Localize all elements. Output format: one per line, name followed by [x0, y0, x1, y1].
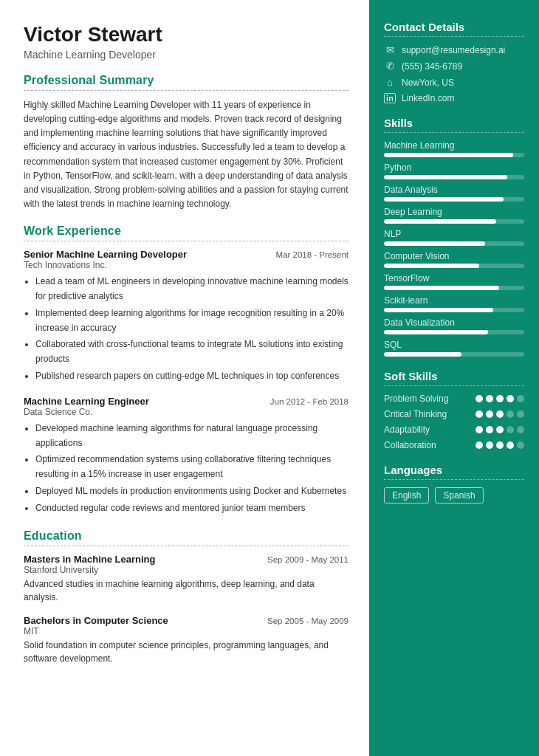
- work-company-1: Tech Innovations Inc.: [24, 260, 349, 270]
- work-date-2: Jun 2012 - Feb 2018: [270, 397, 349, 406]
- summary-text: Highly skilled Machine Learning Develope…: [24, 98, 349, 212]
- edu-desc-2: Solid foundation in computer science pri…: [24, 639, 349, 666]
- skill-row: Python: [384, 162, 524, 179]
- skill-name: SQL: [384, 340, 524, 350]
- skill-dot: [486, 410, 493, 418]
- skill-bar-fill: [384, 219, 496, 224]
- skill-row: SQL: [384, 340, 524, 357]
- email-icon: ✉: [384, 44, 396, 55]
- soft-skill-dots: [476, 395, 524, 402]
- soft-skill-name: Critical Thinking: [384, 409, 476, 419]
- skill-bar-bg: [384, 286, 524, 290]
- right-column: Contact Details ✉ support@resumedesign.a…: [369, 0, 539, 756]
- skill-bar-fill: [384, 197, 504, 202]
- skill-bar-fill: [384, 264, 479, 268]
- soft-skill-row: Critical Thinking: [384, 409, 524, 419]
- summary-heading: Professional Summary: [24, 74, 349, 87]
- edu-header-2: Bachelors in Computer Science Sep 2005 -…: [24, 615, 349, 626]
- skill-row: TensorFlow: [384, 273, 524, 290]
- work-title-2: Machine Learning Engineer: [24, 396, 149, 407]
- work-title-1: Senior Machine Learning Developer: [24, 249, 187, 260]
- skill-row: Scikit-learn: [384, 295, 524, 312]
- skill-dot: [486, 395, 493, 402]
- skill-row: Computer Vision: [384, 251, 524, 268]
- bullet: Deployed ML models in production environ…: [35, 484, 349, 499]
- skill-bar-fill: [384, 308, 493, 312]
- skill-dot: [517, 395, 524, 402]
- work-header-1: Senior Machine Learning Developer Mar 20…: [24, 249, 349, 260]
- skill-row: NLP: [384, 229, 524, 246]
- skill-dot: [476, 410, 483, 418]
- skills-heading: Skills: [384, 117, 524, 129]
- work-item-2: Machine Learning Engineer Jun 2012 - Feb…: [24, 396, 349, 516]
- bullet: Lead a team of ML engineers in developin…: [35, 275, 349, 304]
- skill-dot: [486, 426, 493, 433]
- soft-skill-name: Collaboration: [384, 440, 476, 450]
- skill-dot: [476, 395, 483, 402]
- skill-bar-bg: [384, 330, 524, 334]
- soft-skills-section: Soft Skills Problem Solving Critical Thi…: [384, 370, 524, 450]
- contact-linkedin-text: LinkedIn.com: [402, 93, 454, 103]
- soft-skill-dots: [476, 426, 524, 433]
- skill-bar-bg: [384, 264, 524, 268]
- skills-list: Machine Learning Python Data Analysis De…: [384, 140, 524, 357]
- contact-location: ⌂ NewYork, US: [384, 77, 524, 88]
- bullet: Conducted regular code reviews and mento…: [35, 501, 349, 516]
- work-date-1: Mar 2018 - Present: [276, 250, 349, 259]
- contact-phone: ✆ (555) 345-6789: [384, 61, 524, 72]
- soft-skills-divider: [384, 385, 524, 386]
- skill-row: Data Analysis: [384, 185, 524, 202]
- skills-divider: [384, 132, 524, 133]
- bullet: Optimized recommendation systems using c…: [35, 453, 349, 482]
- skill-name: Data Analysis: [384, 185, 524, 195]
- summary-divider: [24, 90, 349, 91]
- skill-dot: [517, 441, 524, 449]
- work-bullets-1: Lead a team of ML engineers in developin…: [24, 275, 349, 384]
- soft-skills-heading: Soft Skills: [384, 370, 524, 382]
- skill-dot: [496, 410, 504, 418]
- contact-divider: [384, 36, 524, 37]
- skill-name: Scikit-learn: [384, 295, 524, 306]
- soft-skill-dots: [476, 441, 524, 449]
- contact-heading: Contact Details: [384, 21, 524, 33]
- skill-bar-fill: [384, 175, 507, 179]
- work-company-2: Data Science Co.: [24, 407, 349, 417]
- skill-row: Data Visualization: [384, 317, 524, 334]
- skill-bar-fill: [384, 241, 485, 246]
- skill-dot: [507, 426, 514, 433]
- location-icon: ⌂: [384, 77, 396, 88]
- skill-name: Deep Learning: [384, 207, 524, 217]
- language-tag: Spanish: [435, 487, 483, 504]
- skill-dot: [507, 395, 514, 402]
- linkedin-icon: in: [384, 93, 396, 103]
- language-tag: English: [384, 487, 429, 504]
- skill-name: TensorFlow: [384, 273, 524, 284]
- work-header-2: Machine Learning Engineer Jun 2012 - Feb…: [24, 396, 349, 407]
- bullet: Developed machine learning algorithms fo…: [35, 422, 349, 451]
- skill-name: NLP: [384, 229, 524, 239]
- edu-date-2: Sep 2005 - May 2009: [267, 616, 349, 625]
- skill-bar-bg: [384, 241, 524, 246]
- languages-divider: [384, 479, 524, 480]
- skill-dot: [517, 426, 524, 433]
- skill-row: Machine Learning: [384, 140, 524, 157]
- soft-skill-row: Problem Solving: [384, 394, 524, 404]
- edu-desc-1: Advanced studies in machine learning alg…: [24, 577, 349, 605]
- edu-date-1: Sep 2009 - May 2011: [267, 555, 349, 564]
- work-bullets-2: Developed machine learning algorithms fo…: [24, 422, 349, 516]
- contact-email-text: support@resumedesign.ai: [402, 45, 505, 55]
- skill-row: Deep Learning: [384, 207, 524, 224]
- soft-skill-dots: [476, 410, 524, 418]
- edu-item-2: Bachelors in Computer Science Sep 2005 -…: [24, 615, 349, 666]
- skill-bar-fill: [384, 330, 488, 334]
- skill-dot: [507, 410, 514, 418]
- language-tags: EnglishSpanish: [384, 487, 524, 504]
- skill-dot: [486, 441, 493, 449]
- skill-bar-bg: [384, 219, 524, 224]
- skill-dot: [476, 426, 483, 433]
- experience-divider: [24, 241, 349, 241]
- edu-school-2: MIT: [24, 626, 349, 636]
- skill-name: Machine Learning: [384, 140, 524, 151]
- edu-header-1: Masters in Machine Learning Sep 2009 - M…: [24, 554, 349, 565]
- soft-skill-row: Collaboration: [384, 440, 524, 450]
